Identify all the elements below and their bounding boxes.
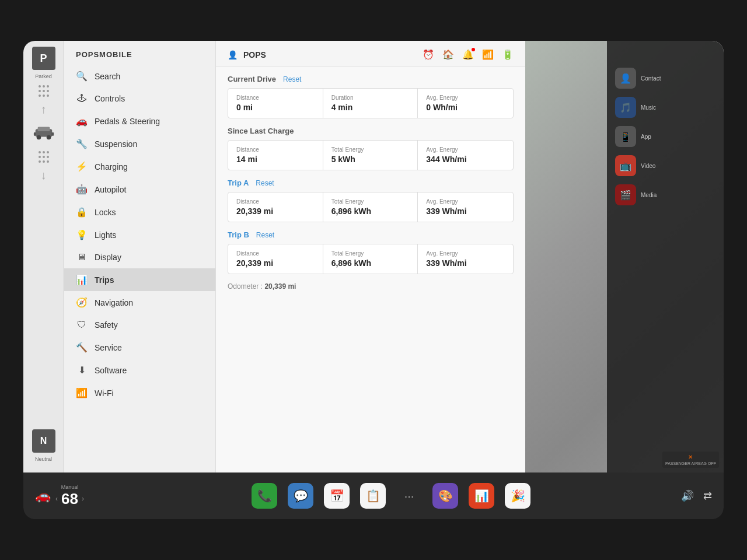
app-label-4: Video [641,163,715,169]
status-dots-2 [39,149,49,165]
status-dots [39,83,49,99]
current-drive-header: Current Drive Reset [228,75,514,83]
svg-rect-5 [51,132,54,136]
trip-a-avg-energy-value: 339 Wh/mi [426,206,505,216]
sidebar-item-software[interactable]: ⬇ Software [64,359,215,382]
app-icon-4: 📺 [615,155,636,176]
sidebar-item-service[interactable]: 🔨 Service [64,336,215,359]
taskbar-calendar-button[interactable]: 📅 [324,483,350,509]
app-icon-3: 📱 [615,126,636,147]
search-icon: 🔍 [76,71,88,82]
notification-dot [472,48,475,51]
trip-a-reset[interactable]: Reset [256,179,274,187]
sidebar-label-search: Search [95,72,120,81]
app-item-4[interactable]: 📺 Video [612,152,719,180]
controls-icon: 🕹 [76,93,88,104]
taskbar-phone-button[interactable]: 📞 [252,483,277,509]
map-background: 👤 Contact 🎵 Music 📱 App 📺 Video [525,41,724,473]
sidebar-label-navigation: Navigation [95,298,133,307]
trip-b-total-energy-value: 6,896 kWh [331,258,410,268]
since-charge-header: Since Last Charge [228,127,514,135]
sidebar-item-pedals[interactable]: 🚗 Pedals & Steering [64,110,215,132]
exchange-icon[interactable]: ⇄ [703,489,712,502]
volume-icon[interactable]: 🔊 [681,489,694,502]
home-icon: 🏠 [442,49,454,60]
display-icon: 🖥 [76,252,88,262]
charge-total-energy-cell: Total Energy 5 kWh [323,141,418,170]
sidebar-label-safety: Safety [95,320,118,330]
car-status-icon [31,120,57,145]
app-item-1[interactable]: 👤 Contact [612,64,719,92]
taskbar-messages-button[interactable]: 💬 [288,483,313,509]
speed-decrease-button[interactable]: ‹ [55,495,58,503]
current-distance-value: 0 mi [236,103,315,112]
sidebar-item-lights[interactable]: 💡 Lights [64,223,215,246]
trip-a-avg-energy-cell: Avg. Energy 339 Wh/mi [418,192,513,222]
trip-a-total-energy-value: 6,896 kWh [331,206,410,216]
sidebar-item-autopilot[interactable]: 🤖 Autopilot [64,178,215,201]
speed-control: Manual ‹ 68 › [55,484,84,508]
sidebar-label-trips: Trips [95,275,114,285]
trips-icon: 📊 [76,274,88,285]
charge-total-energy-label: Total Energy [331,146,410,153]
arrow-up-icon[interactable]: ↑ [41,103,47,116]
speed-row: ‹ 68 › [55,490,84,508]
status-bar: P Parked ↑ [23,41,64,473]
taskbar-notes-button[interactable]: 📋 [360,483,386,509]
app-item-5[interactable]: 🎬 Media [612,181,719,209]
trip-b-avg-energy-label: Avg. Energy [426,250,505,257]
bell-icon: 🔔 [462,49,474,60]
svg-rect-4 [33,132,36,136]
sidebar-item-safety[interactable]: 🛡 Safety [64,314,215,336]
sidebar-label-lights: Lights [95,230,116,240]
parked-label: Parked [35,74,52,79]
since-charge-title: Since Last Charge [228,127,294,135]
software-icon: ⬇ [76,365,88,376]
taskbar-app3-button[interactable]: 🎉 [505,483,530,509]
taskbar-more-button[interactable]: ··· [396,483,422,509]
taskbar: 🚗 Manual ‹ 68 › 📞 💬 📅 📋 ··· 🎨 📊 🎉 🔊 ⇄ [23,473,724,519]
signal-icon: 📶 [482,49,494,60]
arrow-down-icon[interactable]: ↓ [41,169,47,182]
pedals-icon: 🚗 [76,116,88,127]
taskbar-left: 🚗 Manual ‹ 68 › [35,484,140,508]
sidebar-label-wifi: Wi-Fi [95,388,114,398]
sidebar-item-charging[interactable]: ⚡ Charging [64,155,215,178]
app-item-3[interactable]: 📱 App [612,123,719,150]
sidebar-item-search[interactable]: 🔍 Search [64,65,215,88]
trip-b-reset[interactable]: Reset [256,231,274,239]
odometer-value: 20,339 mi [264,282,296,290]
charge-avg-energy-cell: Avg. Energy 344 Wh/mi [418,141,513,170]
speed-value: 68 [61,490,78,508]
taskbar-app2-button[interactable]: 📊 [469,483,494,509]
current-distance-cell: Distance 0 mi [228,89,323,118]
sidebar-item-suspension[interactable]: 🔧 Suspension [64,132,215,155]
sidebar-item-wifi[interactable]: 📶 Wi-Fi [64,382,215,404]
suspension-icon: 🔧 [76,138,88,149]
speed-increase-button[interactable]: › [82,495,84,503]
sidebar-item-trips[interactable]: 📊 Trips [64,268,215,291]
header-icons: ⏰ 🏠 🔔 📶 🔋 [423,49,514,60]
trip-a-distance-cell: Distance 20,339 mi [228,192,323,222]
current-duration-value: 4 min [331,103,410,112]
sidebar-label-controls: Controls [95,94,125,103]
current-drive-reset[interactable]: Reset [283,75,301,83]
sidebar-item-locks[interactable]: 🔒 Locks [64,201,215,223]
screen-bezel: P Parked ↑ [23,41,724,519]
svg-point-3 [46,135,51,140]
battery-icon: 🔋 [502,49,514,60]
sidebar-label-suspension: Suspension [95,139,137,149]
current-duration-cell: Duration 4 min [323,89,418,118]
current-drive-title: Current Drive [228,75,276,83]
trip-b-label: Trip B [228,230,249,239]
sidebar: POPSMOBILE 🔍 Search 🕹 Controls 🚗 Pedals … [64,41,216,473]
app-item-2[interactable]: 🎵 Music [612,93,719,121]
sidebar-item-navigation[interactable]: 🧭 Navigation [64,291,215,314]
sidebar-item-display[interactable]: 🖥 Display [64,246,215,268]
app-label-2: Music [641,104,715,111]
trip-a-header: Trip A Reset [228,178,514,187]
sidebar-item-controls[interactable]: 🕹 Controls [64,88,215,110]
taskbar-app1-button[interactable]: 🎨 [432,483,458,509]
trip-b-total-energy-cell: Total Energy 6,896 kWh [323,244,418,274]
main-panel: 👤 POPS ⏰ 🏠 🔔 📶 🔋 Current Drive [216,41,525,473]
